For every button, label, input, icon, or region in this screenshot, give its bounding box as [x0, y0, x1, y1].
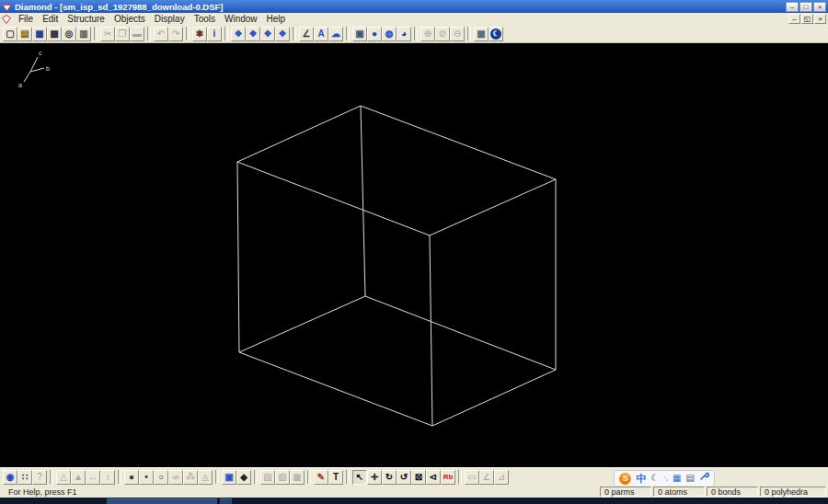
- search-button[interactable]: ◎: [62, 27, 76, 41]
- window-minimize-button[interactable]: –: [786, 2, 799, 12]
- render-sphere-button[interactable]: ●: [367, 27, 382, 41]
- wire-sphere-button[interactable]: ◍: [382, 27, 397, 41]
- taskbar-app-button[interactable]: [107, 498, 217, 504]
- mdi-restore-button[interactable]: ◱: [801, 14, 813, 24]
- menu-item-objects[interactable]: Objects: [109, 13, 150, 25]
- toolbar-separator: [118, 470, 121, 484]
- bond-pair-button[interactable]: ∞: [168, 470, 183, 485]
- menu-item-window[interactable]: Window: [220, 13, 262, 25]
- atom-dot-button[interactable]: •: [139, 470, 154, 485]
- extend-y-button[interactable]: ↕: [100, 470, 115, 485]
- build-wizard-button[interactable]: ✱: [192, 27, 207, 41]
- window-close-button[interactable]: ×: [813, 2, 826, 12]
- toolbar-separator: [147, 27, 151, 40]
- info-button[interactable]: i: [207, 27, 222, 41]
- axis-label-a: a: [18, 82, 22, 88]
- polyhedron-button[interactable]: ◬: [198, 470, 213, 485]
- atom-circle-button[interactable]: ○: [154, 470, 168, 485]
- save-all-button[interactable]: ▩: [47, 27, 62, 41]
- picture-layout-button[interactable]: ▦: [290, 470, 305, 485]
- structure-toolbar: ◉∷?△▲↔↕●•○∞⁂◬▣◆▨▧▦✎T↖✛↻↺⊠⊲Rb▭∠⊿ S 中 ☾ ·,…: [0, 467, 828, 486]
- annotation-button[interactable]: ✎: [314, 470, 328, 485]
- save-button[interactable]: ▦: [32, 27, 47, 41]
- taskbar-app-button[interactable]: [220, 498, 232, 504]
- status-bar: For Help, press F1 0 parms 0 atoms 0 bon…: [0, 486, 828, 498]
- menu-item-edit[interactable]: Edit: [38, 13, 63, 25]
- structure-viewport[interactable]: c b a: [0, 43, 828, 467]
- toolbar-separator: [254, 470, 258, 484]
- ime-toolbox-wrench-icon[interactable]: [699, 471, 709, 486]
- toolbar-separator: [186, 27, 190, 40]
- add-all-atoms-button[interactable]: ∷: [17, 470, 32, 485]
- cluster-button[interactable]: ⁂: [183, 470, 198, 485]
- copy-button[interactable]: ❐: [115, 27, 130, 41]
- angle-tool-button[interactable]: ∠: [299, 27, 314, 41]
- menu-item-file[interactable]: File: [14, 13, 38, 25]
- picture-copy-button[interactable]: ▧: [275, 470, 290, 485]
- ime-punctuation-moon-icon[interactable]: ☾: [650, 471, 659, 486]
- ime-toolbar: S 中 ☾ ·, ▦ ▤: [614, 470, 715, 487]
- cut-button[interactable]: ✂: [100, 27, 115, 41]
- axis-label-b: b: [46, 65, 50, 72]
- menu-item-display[interactable]: Display: [150, 13, 190, 25]
- toolbar-separator: [346, 27, 350, 40]
- structure-grow-button[interactable]: ❖: [246, 27, 260, 41]
- rotate-sphere-button[interactable]: ◕: [397, 27, 411, 41]
- windows-taskbar: [0, 498, 828, 504]
- measure-rect-button[interactable]: ▭: [465, 470, 479, 485]
- paste-button[interactable]: ▬: [130, 27, 144, 41]
- extend-x-button[interactable]: ↔: [86, 470, 100, 485]
- screen-view-button[interactable]: ▣: [352, 27, 367, 41]
- structure-fill-button[interactable]: ❖: [260, 27, 275, 41]
- new-file-button[interactable]: ▢: [3, 27, 17, 41]
- toolbar-separator: [458, 470, 462, 484]
- picture-new-button[interactable]: ▨: [260, 470, 275, 485]
- cloud-style-button[interactable]: ☁: [328, 27, 343, 41]
- ime-soft-keyboard-icon[interactable]: ▦: [673, 471, 681, 486]
- context-help-button[interactable]: ?: [32, 470, 47, 485]
- sogou-logo-icon[interactable]: S: [619, 473, 631, 485]
- movie-button[interactable]: ▦: [474, 27, 489, 41]
- red-blue-stereo-button[interactable]: Rb: [441, 470, 455, 485]
- measure-angle-button[interactable]: ∠: [479, 470, 494, 485]
- structure-pack-button[interactable]: ❖: [231, 27, 246, 41]
- window-maximize-button[interactable]: □: [799, 2, 812, 12]
- text-tool-button[interactable]: T: [328, 470, 343, 485]
- zoom-mode-button[interactable]: ⊠: [411, 470, 426, 485]
- menu-item-tools[interactable]: Tools: [190, 13, 220, 25]
- merge-atoms-button[interactable]: ⊕: [420, 27, 435, 41]
- fill-cell-button[interactable]: ▲: [71, 470, 86, 485]
- redo-button[interactable]: ↷: [168, 27, 183, 41]
- ime-language-toggle[interactable]: 中: [636, 471, 646, 486]
- toolbar-separator: [414, 27, 418, 40]
- solid-diamond-button[interactable]: ◆: [236, 470, 251, 485]
- move-mode-button[interactable]: ✛: [367, 470, 382, 485]
- structure-connect-button[interactable]: ❖: [275, 27, 290, 41]
- spin-mode-button[interactable]: ↺: [397, 470, 411, 485]
- measure-triangle-button[interactable]: ⊿: [494, 470, 509, 485]
- menu-item-help[interactable]: Help: [262, 13, 291, 25]
- select-mode-button[interactable]: ↖: [352, 470, 367, 485]
- ime-punctuation-marks[interactable]: ·,: [663, 471, 668, 486]
- status-parms-count: 0 parms: [600, 487, 651, 497]
- status-help-message: For Help, press F1: [4, 487, 598, 497]
- open-file-button[interactable]: ▤: [17, 27, 32, 41]
- split-atoms-button[interactable]: ⊘: [435, 27, 450, 41]
- window-title: Diamond - [sm_isp_sd_1927988_download-0.…: [15, 2, 786, 12]
- unit-cell-wireframe: c b a: [0, 43, 828, 467]
- remove-atoms-button[interactable]: ⊖: [450, 27, 465, 41]
- cell-edges-button[interactable]: ▣: [222, 470, 236, 485]
- add-atoms-button[interactable]: ◉: [3, 470, 17, 485]
- create-lattice-button[interactable]: △: [56, 470, 71, 485]
- rotate-mode-button[interactable]: ↻: [382, 470, 397, 485]
- undo-button[interactable]: ↶: [154, 27, 168, 41]
- label-atoms-button[interactable]: A: [314, 27, 328, 41]
- print-button[interactable]: ▥: [76, 27, 91, 41]
- view-direction-button[interactable]: ⊲: [426, 470, 441, 485]
- mdi-close-button[interactable]: ×: [814, 14, 826, 24]
- day-night-button[interactable]: ☾: [489, 27, 503, 41]
- menu-item-structure[interactable]: Structure: [63, 13, 109, 25]
- mdi-minimize-button[interactable]: –: [788, 14, 800, 24]
- atom-design-button[interactable]: ●: [124, 470, 139, 485]
- ime-clipboard-icon[interactable]: ▤: [686, 471, 695, 486]
